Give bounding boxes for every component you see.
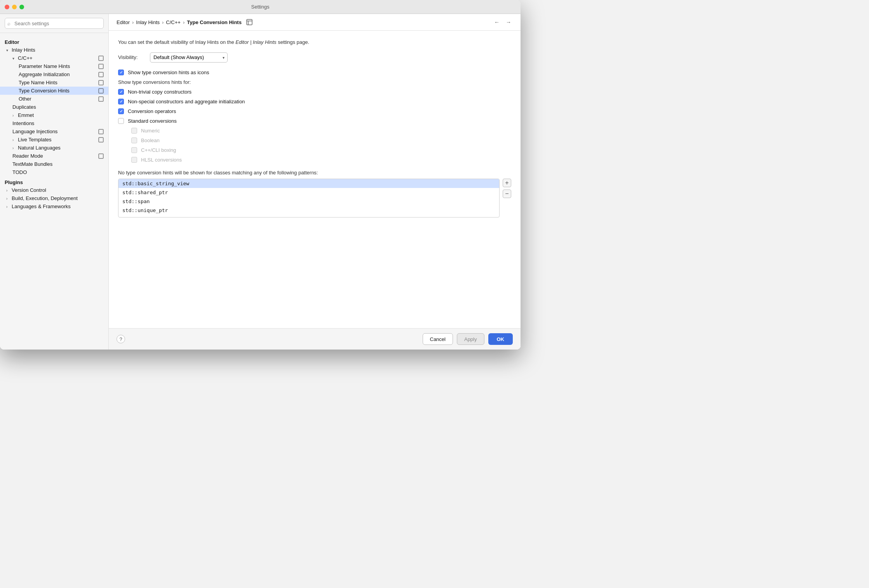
sidebar-item-emmet[interactable]: › Emmet: [0, 111, 108, 119]
pin-icon: [98, 64, 104, 69]
breadcrumb-sep-1: ›: [132, 19, 134, 25]
checkbox-non-special[interactable]: Non-special constructors and aggregate i…: [118, 99, 511, 104]
checkbox-hlsl[interactable]: HLSL conversions: [131, 157, 511, 163]
minimize-button[interactable]: [12, 5, 17, 9]
breadcrumb-editor[interactable]: Editor: [117, 19, 130, 25]
visibility-label: Visibility:: [118, 54, 145, 60]
pattern-item-3[interactable]: std::unique_ptr: [118, 206, 499, 215]
checkbox-non-special-cb[interactable]: [118, 99, 124, 104]
chevron-right-icon: ›: [12, 138, 16, 142]
checkbox-non-trivial-cb[interactable]: [118, 89, 124, 95]
sidebar-label-todo: TODO: [12, 169, 104, 175]
sidebar-item-cpp[interactable]: ▾ C/C++: [0, 54, 108, 62]
checkbox-cpp-boxing-cb[interactable]: [131, 147, 137, 153]
visibility-select[interactable]: Default (Show Always): [150, 52, 228, 63]
sidebar-label-build-execution: Build, Execution, Deployment: [12, 195, 104, 201]
add-pattern-button[interactable]: +: [503, 179, 511, 187]
sidebar-label-parameter-name-hints: Parameter Name Hints: [19, 63, 97, 69]
title-bar: Settings: [0, 0, 521, 14]
checkbox-numeric[interactable]: Numeric: [131, 128, 511, 134]
checkbox-standard-cb[interactable]: [118, 118, 124, 124]
pin-icon: [98, 153, 104, 159]
maximize-button[interactable]: [19, 5, 24, 9]
checkbox-cpp-boxing[interactable]: C++/CLI boxing: [131, 147, 511, 153]
visibility-select-wrapper: Default (Show Always) ▾: [150, 52, 228, 63]
sidebar-item-reader-mode[interactable]: Reader Mode: [0, 152, 108, 160]
checkbox-boolean[interactable]: Boolean: [131, 137, 511, 143]
breadcrumb-sep-3: ›: [183, 19, 185, 25]
sidebar-item-intentions[interactable]: Intentions: [0, 119, 108, 127]
breadcrumb: Editor › Inlay Hints › C/C++ › Type Conv…: [109, 14, 521, 31]
sidebar-item-build-execution[interactable]: › Build, Execution, Deployment: [0, 194, 108, 202]
sidebar-section-plugins: Plugins: [0, 176, 108, 186]
svg-rect-1: [99, 64, 103, 69]
sidebar-item-parameter-name-hints[interactable]: Parameter Name Hints: [0, 62, 108, 70]
checkbox-boolean-cb[interactable]: [131, 137, 137, 143]
pattern-item-2[interactable]: std::span: [118, 197, 499, 206]
checkbox-numeric-label: Numeric: [141, 128, 160, 134]
pin-icon: [98, 96, 104, 102]
checkbox-non-special-label: Non-special constructors and aggregate i…: [128, 99, 245, 104]
checkbox-boolean-label: Boolean: [141, 137, 160, 143]
sidebar-label-type-conversion-hints: Type Conversion Hints: [19, 88, 97, 94]
breadcrumb-cpp[interactable]: C/C++: [166, 19, 181, 25]
content-area: Editor › Inlay Hints › C/C++ › Type Conv…: [109, 14, 521, 350]
sidebar-tree: Editor ▾ Inlay Hints ▾ C/C++ Parameter N…: [0, 33, 108, 350]
checkbox-show-icons-cb[interactable]: [118, 70, 124, 75]
sidebar-item-type-conversion-hints[interactable]: Type Conversion Hints: [0, 87, 108, 95]
pin-icon: [98, 56, 104, 61]
breadcrumb-layout-icon[interactable]: [246, 19, 253, 25]
traffic-lights: [5, 5, 24, 9]
sidebar-item-aggregate-initialization[interactable]: Aggregate Initialization: [0, 70, 108, 78]
svg-rect-6: [99, 129, 103, 134]
sidebar-label-language-injections: Language Injections: [12, 129, 97, 134]
checkbox-hlsl-cb[interactable]: [131, 157, 137, 163]
chevron-down-icon: ▾: [12, 56, 16, 60]
close-button[interactable]: [5, 5, 9, 9]
show-for-label: Show type conversions hints for:: [118, 79, 511, 85]
back-button[interactable]: ←: [493, 18, 501, 26]
pattern-actions: + −: [503, 179, 511, 198]
checkbox-numeric-cb[interactable]: [131, 128, 137, 134]
sidebar-item-type-name-hints[interactable]: Type Name Hints: [0, 78, 108, 87]
sidebar-item-live-templates[interactable]: › Live Templates: [0, 136, 108, 144]
patterns-list: std::basic_string_view std::shared_ptr s…: [118, 179, 500, 217]
apply-button[interactable]: Apply: [457, 333, 484, 345]
pattern-item-0[interactable]: std::basic_string_view: [118, 179, 499, 188]
checkbox-non-trivial[interactable]: Non-trivial copy constructors: [118, 89, 511, 95]
sidebar-item-duplicates[interactable]: Duplicates: [0, 103, 108, 111]
sidebar-label-aggregate-initialization: Aggregate Initialization: [19, 71, 97, 77]
remove-pattern-button[interactable]: −: [503, 190, 511, 198]
help-button[interactable]: ?: [117, 335, 125, 343]
checkbox-conversion-ops[interactable]: Conversion operators: [118, 108, 511, 114]
checkbox-standard-label: Standard conversions: [128, 118, 177, 124]
search-wrapper: ⌕: [5, 18, 104, 29]
sidebar-item-todo[interactable]: TODO: [0, 168, 108, 176]
forward-button[interactable]: →: [504, 18, 513, 26]
ok-button[interactable]: OK: [488, 333, 513, 345]
main-layout: ⌕ Editor ▾ Inlay Hints ▾ C/C++ Parameter…: [0, 14, 521, 350]
checkbox-show-icons[interactable]: Show type conversion hints as icons: [118, 70, 511, 75]
checkbox-standard[interactable]: Standard conversions: [118, 118, 511, 124]
svg-rect-7: [99, 137, 103, 142]
sidebar-section-editor: Editor: [0, 36, 108, 46]
cancel-button[interactable]: Cancel: [423, 333, 453, 345]
breadcrumb-inlay-hints[interactable]: Inlay Hints: [136, 19, 160, 25]
checkbox-conversion-ops-cb[interactable]: [118, 108, 124, 114]
window-title: Settings: [251, 4, 270, 10]
sidebar-item-language-injections[interactable]: Language Injections: [0, 127, 108, 136]
sidebar-item-textmate-bundles[interactable]: TextMate Bundles: [0, 160, 108, 168]
search-input[interactable]: [5, 18, 104, 29]
sidebar-item-version-control[interactable]: › Version Control: [0, 186, 108, 194]
patterns-area: std::basic_string_view std::shared_ptr s…: [118, 179, 511, 217]
pattern-item-1[interactable]: std::shared_ptr: [118, 188, 499, 197]
sidebar-item-inlay-hints[interactable]: ▾ Inlay Hints: [0, 46, 108, 54]
sidebar: ⌕ Editor ▾ Inlay Hints ▾ C/C++ Parameter…: [0, 14, 109, 350]
breadcrumb-sep-2: ›: [162, 19, 164, 25]
sidebar-item-languages-frameworks[interactable]: › Languages & Frameworks: [0, 202, 108, 210]
checkbox-conversion-ops-label: Conversion operators: [128, 108, 176, 114]
breadcrumb-current: Type Conversion Hints: [187, 19, 242, 25]
sidebar-item-natural-languages[interactable]: › Natural Languages: [0, 144, 108, 152]
sidebar-item-other[interactable]: Other: [0, 95, 108, 103]
svg-rect-3: [99, 80, 103, 85]
